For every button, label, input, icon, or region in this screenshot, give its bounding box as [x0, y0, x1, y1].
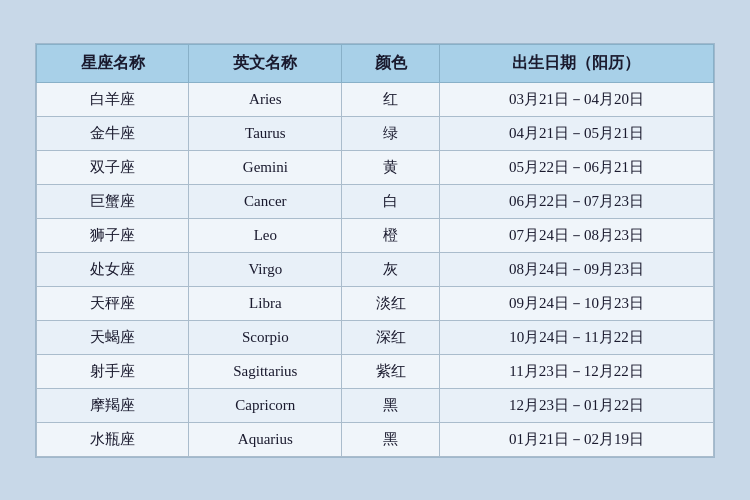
table-row: 金牛座Taurus绿04月21日－05月21日 — [37, 116, 714, 150]
cell-chinese-name: 处女座 — [37, 252, 189, 286]
cell-color: 黑 — [342, 422, 440, 456]
cell-color: 紫红 — [342, 354, 440, 388]
header-birth-date: 出生日期（阳历） — [439, 44, 713, 82]
cell-english-name: Virgo — [189, 252, 342, 286]
cell-dates: 11月23日－12月22日 — [439, 354, 713, 388]
cell-color: 橙 — [342, 218, 440, 252]
cell-english-name: Taurus — [189, 116, 342, 150]
header-chinese-name: 星座名称 — [37, 44, 189, 82]
zodiac-table: 星座名称 英文名称 颜色 出生日期（阳历） 白羊座Aries红03月21日－04… — [36, 44, 714, 457]
cell-chinese-name: 狮子座 — [37, 218, 189, 252]
cell-chinese-name: 天蝎座 — [37, 320, 189, 354]
table-row: 水瓶座Aquarius黑01月21日－02月19日 — [37, 422, 714, 456]
table-row: 巨蟹座Cancer白06月22日－07月23日 — [37, 184, 714, 218]
cell-dates: 10月24日－11月22日 — [439, 320, 713, 354]
table-row: 狮子座Leo橙07月24日－08月23日 — [37, 218, 714, 252]
cell-color: 黄 — [342, 150, 440, 184]
table-row: 处女座Virgo灰08月24日－09月23日 — [37, 252, 714, 286]
cell-color: 灰 — [342, 252, 440, 286]
cell-dates: 03月21日－04月20日 — [439, 82, 713, 116]
cell-english-name: Scorpio — [189, 320, 342, 354]
cell-english-name: Gemini — [189, 150, 342, 184]
cell-english-name: Cancer — [189, 184, 342, 218]
header-english-name: 英文名称 — [189, 44, 342, 82]
zodiac-table-container: 星座名称 英文名称 颜色 出生日期（阳历） 白羊座Aries红03月21日－04… — [35, 43, 715, 458]
cell-chinese-name: 射手座 — [37, 354, 189, 388]
cell-chinese-name: 白羊座 — [37, 82, 189, 116]
cell-color: 淡红 — [342, 286, 440, 320]
cell-english-name: Sagittarius — [189, 354, 342, 388]
cell-english-name: Aquarius — [189, 422, 342, 456]
cell-dates: 09月24日－10月23日 — [439, 286, 713, 320]
cell-english-name: Capricorn — [189, 388, 342, 422]
cell-english-name: Aries — [189, 82, 342, 116]
table-header-row: 星座名称 英文名称 颜色 出生日期（阳历） — [37, 44, 714, 82]
table-row: 天秤座Libra淡红09月24日－10月23日 — [37, 286, 714, 320]
cell-dates: 01月21日－02月19日 — [439, 422, 713, 456]
table-row: 射手座Sagittarius紫红11月23日－12月22日 — [37, 354, 714, 388]
cell-color: 黑 — [342, 388, 440, 422]
cell-chinese-name: 巨蟹座 — [37, 184, 189, 218]
cell-chinese-name: 水瓶座 — [37, 422, 189, 456]
header-color: 颜色 — [342, 44, 440, 82]
cell-english-name: Leo — [189, 218, 342, 252]
cell-dates: 07月24日－08月23日 — [439, 218, 713, 252]
cell-dates: 06月22日－07月23日 — [439, 184, 713, 218]
cell-chinese-name: 天秤座 — [37, 286, 189, 320]
cell-color: 深红 — [342, 320, 440, 354]
cell-chinese-name: 金牛座 — [37, 116, 189, 150]
cell-dates: 05月22日－06月21日 — [439, 150, 713, 184]
table-row: 白羊座Aries红03月21日－04月20日 — [37, 82, 714, 116]
cell-chinese-name: 双子座 — [37, 150, 189, 184]
cell-dates: 04月21日－05月21日 — [439, 116, 713, 150]
table-row: 摩羯座Capricorn黑12月23日－01月22日 — [37, 388, 714, 422]
cell-dates: 12月23日－01月22日 — [439, 388, 713, 422]
table-row: 双子座Gemini黄05月22日－06月21日 — [37, 150, 714, 184]
cell-color: 红 — [342, 82, 440, 116]
cell-english-name: Libra — [189, 286, 342, 320]
cell-chinese-name: 摩羯座 — [37, 388, 189, 422]
table-row: 天蝎座Scorpio深红10月24日－11月22日 — [37, 320, 714, 354]
cell-dates: 08月24日－09月23日 — [439, 252, 713, 286]
cell-color: 绿 — [342, 116, 440, 150]
cell-color: 白 — [342, 184, 440, 218]
